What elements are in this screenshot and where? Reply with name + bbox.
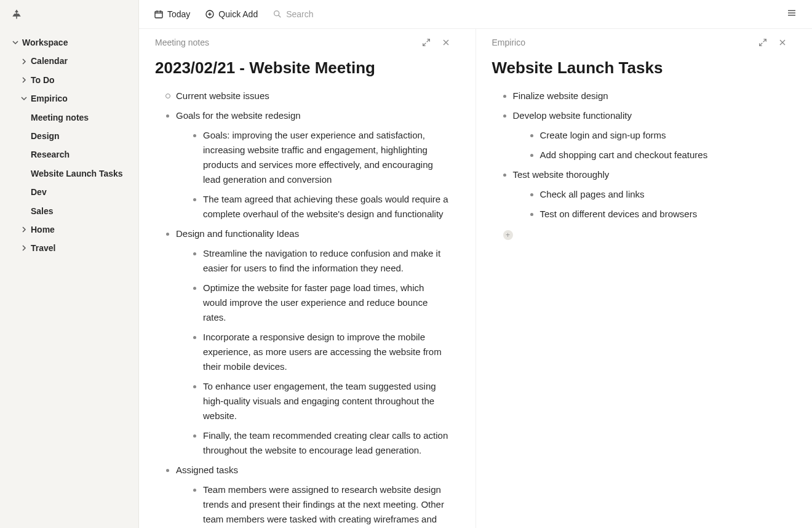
today-button[interactable]: Today — [154, 9, 190, 19]
pane-left-crumb[interactable]: Meeting notes — [155, 38, 209, 47]
sidebar-item-sales[interactable]: Sales — [9, 202, 138, 220]
pane-website-launch: Empirico Website Launch Tasks Finalize w… — [476, 29, 813, 528]
list-item[interactable]: Optimize the website for faster page loa… — [191, 281, 451, 325]
sidebar-item-research[interactable]: Research — [9, 145, 138, 164]
quick-add-button[interactable]: Quick Add — [205, 9, 258, 19]
list-item[interactable]: To enhance user engagement, the team sug… — [191, 379, 451, 423]
search-box[interactable] — [273, 9, 394, 19]
calendar-icon — [154, 9, 164, 19]
list-item-text: Current website issues — [176, 90, 269, 101]
list-item-text: Create login and sign-up forms — [540, 130, 666, 140]
list-item-text: Finally, the team recommended creating c… — [203, 430, 448, 455]
tree-logo-icon — [11, 9, 22, 20]
app-logo[interactable] — [11, 9, 138, 22]
sidebar-item-label: Research — [31, 148, 70, 161]
list-item[interactable]: Goals: improving the user experience and… — [191, 128, 451, 187]
today-label: Today — [167, 9, 190, 19]
sidebar-item-home[interactable]: Home — [9, 220, 138, 239]
list-item[interactable]: Test on different devices and browsers — [528, 207, 788, 222]
sidebar-item-label: Meeting notes — [31, 111, 89, 124]
menu-button[interactable] — [786, 7, 797, 21]
search-icon — [273, 9, 282, 19]
search-input[interactable] — [286, 9, 394, 19]
list-item[interactable]: Goals for the website redesignGoals: imp… — [164, 108, 451, 222]
list-item-text: Optimize the website for faster page loa… — [203, 282, 428, 322]
list-item-text: Test website thoroughly — [513, 169, 610, 180]
sidebar-item-label: Sales — [31, 204, 54, 218]
close-icon[interactable] — [778, 38, 787, 47]
svg-rect-0 — [155, 11, 162, 18]
list-item[interactable]: Assigned tasksTeam members were assigned… — [164, 463, 451, 528]
list-item[interactable]: Develop website functionalityCreate logi… — [501, 108, 788, 162]
sidebar-item-dev[interactable]: Dev — [9, 183, 138, 201]
sidebar-item-label: Empirico — [31, 92, 68, 105]
list-item-text: Assigned tasks — [176, 465, 238, 475]
topbar: Today Quick Add — [139, 0, 812, 29]
chevron-right-icon — [20, 225, 28, 234]
svg-point-2 — [274, 11, 279, 16]
add-item-button[interactable]: + — [503, 230, 513, 240]
hamburger-icon — [786, 7, 797, 18]
list-item[interactable]: Finally, the team recommended creating c… — [191, 428, 451, 458]
panes: Meeting notes 2023/02/21 - Website Meeti… — [139, 29, 812, 528]
sidebar-item-to-do[interactable]: To Do — [9, 71, 138, 89]
sidebar-item-label: Calendar — [31, 54, 68, 68]
list-item[interactable]: Check all pages and links — [528, 187, 788, 202]
list-item[interactable]: Finalize website design — [501, 89, 788, 103]
quick-add-label: Quick Add — [218, 9, 258, 19]
list-item[interactable]: Create login and sign-up forms — [528, 128, 788, 143]
pane-left-title: 2023/02/21 - Website Meeting — [155, 58, 451, 78]
sidebar-item-meeting-notes[interactable]: Meeting notes — [9, 108, 138, 127]
list-item-text: Develop website functionality — [513, 110, 632, 121]
list-item-text: Streamline the navigation to reduce conf… — [203, 248, 440, 273]
list-item-text: The team agreed that achieving these goa… — [203, 194, 448, 219]
list-item-text: Finalize website design — [513, 90, 608, 101]
sidebar-item-empirico[interactable]: Empirico — [9, 89, 138, 108]
main-area: Today Quick Add Meeting notes 2023/02/21 — [139, 0, 812, 528]
chevron-down-icon — [20, 94, 28, 103]
sidebar-item-label: Travel — [31, 241, 55, 255]
sidebar-item-label: Website Launch Tasks — [31, 167, 123, 180]
list-item[interactable]: The team agreed that achieving these goa… — [191, 192, 451, 222]
pane-right-crumb[interactable]: Empirico — [492, 38, 525, 47]
sidebar-item-label: Dev — [31, 185, 47, 199]
list-item[interactable]: Team members were assigned to research w… — [191, 482, 451, 528]
list-item-text: Check all pages and links — [540, 189, 645, 199]
list-item[interactable]: Add shopping cart and checkout features — [528, 148, 788, 162]
pane-right-content[interactable]: Finalize website designDevelop website f… — [501, 89, 788, 222]
chevron-right-icon — [20, 244, 28, 252]
pane-right-title: Website Launch Tasks — [492, 58, 788, 78]
list-item[interactable]: Streamline the navigation to reduce conf… — [191, 246, 451, 276]
list-item-text: Incorporate a responsive design to impro… — [203, 332, 442, 372]
list-item-text: Goals for the website redesign — [176, 110, 301, 121]
pane-left-content[interactable]: Current website issuesGoals for the webs… — [164, 89, 451, 528]
sidebar: Workspace CalendarTo DoEmpiricoMeeting n… — [0, 0, 139, 528]
sidebar-item-label: To Do — [31, 73, 55, 87]
close-icon[interactable] — [441, 38, 451, 47]
list-item[interactable]: Test website thoroughlyCheck all pages a… — [501, 167, 788, 222]
chevron-right-icon — [20, 76, 28, 84]
sidebar-item-calendar[interactable]: Calendar — [9, 52, 138, 70]
sidebar-item-website-launch-tasks[interactable]: Website Launch Tasks — [9, 164, 138, 183]
sidebar-item-label: Design — [31, 129, 60, 143]
plus-circle-icon — [205, 9, 215, 19]
list-item-text: To enhance user engagement, the team sug… — [203, 381, 436, 421]
sidebar-item-label: Home — [31, 223, 55, 236]
list-item[interactable]: Current website issues — [164, 89, 451, 103]
sidebar-item-design[interactable]: Design — [9, 127, 138, 145]
expand-icon[interactable] — [421, 38, 431, 47]
chevron-right-icon — [20, 57, 28, 66]
expand-icon[interactable] — [758, 38, 768, 47]
list-item-text: Team members were assigned to research w… — [203, 484, 448, 528]
list-item[interactable]: Incorporate a responsive design to impro… — [191, 330, 451, 374]
sidebar-item-travel[interactable]: Travel — [9, 239, 138, 257]
pane-meeting-notes: Meeting notes 2023/02/21 - Website Meeti… — [139, 29, 476, 528]
list-item-text: Goals: improving the user experience and… — [203, 130, 433, 185]
list-item[interactable]: Design and functionality IdeasStreamline… — [164, 226, 451, 458]
list-item-text: Test on different devices and browsers — [540, 209, 698, 219]
list-item-text: Add shopping cart and checkout features — [540, 150, 708, 160]
sidebar-root-workspace[interactable]: Workspace — [9, 33, 138, 52]
chevron-down-icon — [11, 38, 20, 47]
list-item-text: Design and functionality Ideas — [176, 228, 299, 239]
sidebar-root-label: Workspace — [22, 36, 68, 49]
